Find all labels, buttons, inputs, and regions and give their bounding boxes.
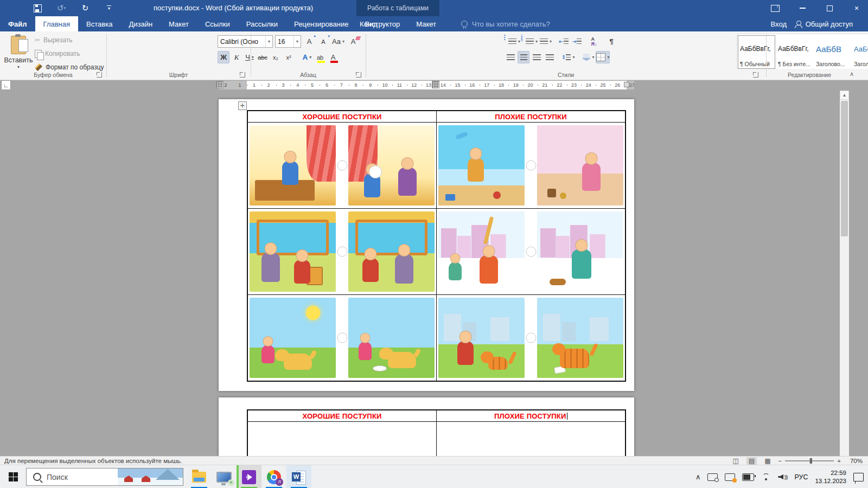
illustration-good-5[interactable] (250, 298, 336, 378)
document-page-1[interactable]: ✛ ХОРОШИЕ ПОСТУПКИ ПЛОХИЕ ПОСТУПКИ (219, 99, 634, 391)
scroll-up-button[interactable]: ▲ (840, 91, 849, 100)
zoom-level[interactable]: 70% (846, 458, 863, 464)
zoom-track[interactable] (785, 460, 834, 461)
illustration-bad-6[interactable] (537, 298, 623, 378)
cut-button[interactable]: ✂ Вырезать (35, 35, 104, 46)
taskbar-chrome[interactable]: Л (261, 465, 286, 488)
illustration-good-4[interactable] (348, 211, 435, 292)
illustration-bad-4[interactable] (537, 211, 623, 292)
ribbon-display-options-button[interactable] (768, 2, 782, 15)
tab-table-design[interactable]: Конструктор (352, 16, 408, 31)
restore-button[interactable] (822, 2, 837, 15)
volume-icon[interactable]: ))) (778, 474, 787, 480)
sign-in-button[interactable]: Вход (771, 16, 787, 31)
customize-qat-button[interactable]: ▾ (103, 2, 115, 14)
contextual-tab-title: Работа с таблицами (356, 0, 439, 16)
first-indent-marker[interactable] (216, 81, 224, 88)
start-button[interactable] (0, 465, 26, 488)
taskbar-clock[interactable]: 22:59 13.12.2023 (815, 469, 846, 485)
undo-button[interactable]: ↺▾ (55, 2, 67, 14)
tab-design[interactable]: Дизайн (120, 16, 161, 31)
close-button[interactable]: × (850, 2, 864, 15)
tab-references[interactable]: Ссылки (197, 16, 238, 31)
table-column-marker[interactable] (432, 81, 439, 88)
taskbar-file-explorer[interactable] (187, 465, 212, 488)
scissors-icon: ✂ (35, 36, 40, 44)
bold-button[interactable]: Ж (218, 51, 229, 63)
tray-display-icon[interactable] (707, 473, 718, 481)
horizontal-ruler[interactable]: 21 1234567891011121314151617181920212223… (219, 81, 634, 89)
tab-file[interactable]: Файл (0, 16, 35, 31)
paste-button[interactable]: Вставить ▾ (4, 34, 33, 75)
document-canvas[interactable]: ✛ ХОРОШИЕ ПОСТУПКИ ПЛОХИЕ ПОСТУПКИ (0, 91, 868, 456)
lightbulb-icon (461, 21, 468, 27)
bad-deeds-header-page2[interactable]: ПЛОХИЕ ПОСТУПКИ (437, 410, 625, 421)
illustration-good-2[interactable] (348, 125, 435, 206)
language-indicator[interactable]: РУС (794, 473, 808, 481)
copy-button[interactable]: Копировать (35, 48, 104, 59)
illustration-bad-5[interactable] (438, 298, 525, 378)
illustration-good-6[interactable] (348, 298, 435, 378)
redo-button[interactable]: ↻ (79, 2, 91, 14)
zoom-out-button[interactable]: − (778, 458, 782, 464)
format-painter-button[interactable]: Формат по образцу (35, 62, 104, 73)
illustration-bad-1[interactable] (438, 125, 525, 206)
table-move-handle[interactable]: ✛ (238, 101, 247, 110)
taskbar-media-player[interactable] (237, 465, 261, 488)
ruler-number: 7 (334, 81, 349, 89)
print-layout-button[interactable]: ▤ (746, 457, 757, 465)
illustration-bad-2[interactable] (537, 125, 623, 206)
ruler-number: 22 (552, 81, 567, 89)
tab-mailings[interactable]: Рассылки (238, 16, 286, 31)
taskbar-search-box[interactable]: Поиск (26, 468, 183, 486)
battery-icon[interactable] (742, 473, 754, 481)
vertical-scrollbar[interactable]: ▲ (840, 91, 849, 456)
style-heading2[interactable]: АаБбВвГ Заголово... (852, 35, 868, 69)
wifi-icon[interactable] (761, 473, 771, 480)
illustration-good-3[interactable] (250, 211, 336, 292)
empty-good-cell[interactable] (248, 422, 437, 456)
good-deeds-header[interactable]: ХОРОШИЕ ПОСТУПКИ (248, 111, 437, 122)
bad-cell-1 (437, 123, 625, 208)
ruler-number: 11 (392, 81, 407, 89)
styles-group: АаБбВвГг, ¶ Обычный АаБбВвГг, ¶ Без инте… (366, 31, 766, 80)
paragraph-dialog-launcher[interactable] (356, 72, 361, 78)
document-page-2[interactable]: ХОРОШИЕ ПОСТУПКИ ПЛОХИЕ ПОСТУПКИ (219, 397, 634, 456)
tab-layout[interactable]: Макет (161, 16, 197, 31)
read-mode-button[interactable]: ◫ (731, 457, 741, 465)
font-dialog-launcher[interactable] (240, 72, 245, 78)
taskbar-word[interactable]: W (286, 465, 311, 488)
ruler-number: 26 (610, 81, 625, 89)
good-deeds-header-page2[interactable]: ХОРОШИЕ ПОСТУПКИ (248, 410, 437, 421)
tab-home[interactable]: Главная (35, 16, 78, 31)
tab-insert[interactable]: Вставка (78, 16, 120, 31)
illustration-good-1[interactable] (250, 125, 336, 206)
share-button[interactable]: Общий доступ (795, 16, 853, 31)
good-cell-1 (248, 123, 437, 208)
minimize-button[interactable] (795, 2, 809, 15)
scrollbar-thumb[interactable] (841, 101, 848, 236)
empty-bad-cell[interactable] (437, 422, 625, 456)
italic-button[interactable]: К (231, 51, 242, 63)
collapse-ribbon-button[interactable]: ∧ (850, 70, 854, 78)
styles-dialog-launcher[interactable] (753, 72, 758, 78)
save-button[interactable] (31, 2, 43, 14)
paragraph-group: ⇤ ⇥ АЯ↓ ¶ ⇕ Абзац (251, 31, 366, 80)
tab-table-layout[interactable]: Макет (408, 16, 444, 31)
bad-deeds-header[interactable]: ПЛОХИЕ ПОСТУПКИ (437, 111, 625, 122)
zoom-thumb[interactable] (810, 458, 812, 464)
tab-selector[interactable]: ∟ (1, 80, 11, 90)
paste-icon (11, 36, 26, 54)
action-center-icon[interactable] (853, 473, 864, 481)
tray-expand-button[interactable]: ∧ (695, 473, 701, 481)
web-layout-button[interactable]: ▦ (762, 457, 773, 465)
tray-notification-icon[interactable] (725, 473, 735, 481)
illustration-bad-3[interactable] (438, 211, 525, 292)
taskbar-remote-desktop[interactable] (212, 465, 237, 488)
zoom-in-button[interactable]: + (837, 458, 841, 464)
clipboard-dialog-launcher[interactable] (97, 72, 102, 78)
right-indent-marker[interactable] (624, 82, 629, 87)
tab-review[interactable]: Рецензирование (286, 16, 356, 31)
tell-me-box[interactable]: Что вы хотите сделать? (461, 16, 550, 31)
ruler-number: 15 (450, 81, 465, 89)
